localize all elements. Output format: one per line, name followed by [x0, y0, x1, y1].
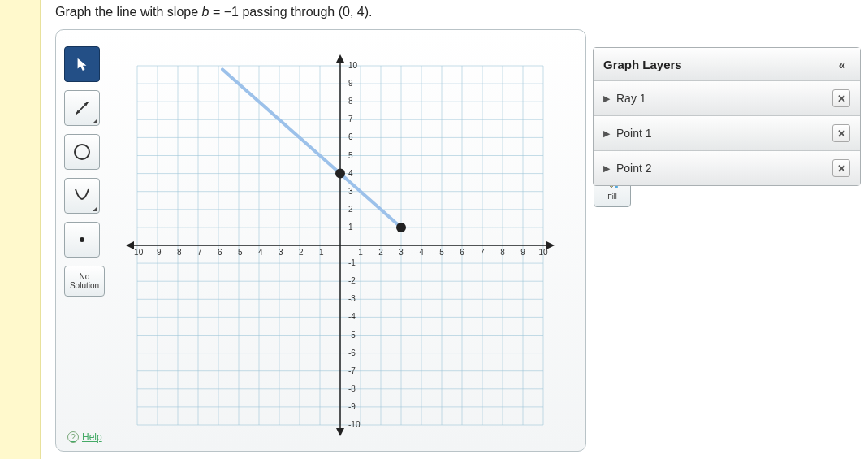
svg-text:8: 8: [500, 248, 505, 257]
svg-text:-7: -7: [195, 248, 202, 257]
layer-label: Ray 1: [616, 92, 646, 105]
svg-marker-52: [336, 428, 344, 436]
svg-text:9: 9: [520, 248, 525, 257]
svg-text:2: 2: [378, 248, 383, 257]
svg-text:9: 9: [348, 79, 353, 88]
submenu-icon: [93, 206, 97, 211]
fill-label: Fill: [607, 193, 617, 201]
svg-text:-4: -4: [256, 248, 263, 257]
svg-text:-8: -8: [175, 248, 182, 257]
line-tool[interactable]: [64, 90, 100, 126]
svg-text:-10: -10: [132, 248, 144, 257]
svg-text:-9: -9: [348, 402, 356, 411]
svg-text:-3: -3: [276, 248, 283, 257]
svg-marker-51: [336, 54, 344, 63]
instruction-text: Graph the line with slope b = −1 passing…: [55, 5, 372, 19]
svg-text:3: 3: [399, 248, 404, 257]
svg-text:4: 4: [348, 169, 353, 178]
svg-text:-2: -2: [348, 276, 356, 285]
svg-text:-5: -5: [235, 248, 243, 257]
point-tool[interactable]: [64, 222, 100, 258]
svg-text:-7: -7: [348, 366, 356, 375]
svg-text:5: 5: [439, 248, 444, 257]
svg-text:2: 2: [348, 205, 353, 214]
graph-canvas: NoSolution -10-9-8-7-6-5-4-3-2-112345678…: [55, 29, 586, 452]
svg-text:-1: -1: [348, 258, 356, 267]
layer-row[interactable]: ▶Point 1✕: [594, 116, 860, 151]
svg-text:-2: -2: [296, 248, 304, 257]
coordinate-plane[interactable]: -10-9-8-7-6-5-4-3-2-112345678910-10-9-8-…: [118, 46, 563, 444]
svg-text:5: 5: [348, 151, 353, 160]
svg-text:8: 8: [348, 97, 353, 106]
layer-delete-button[interactable]: ✕: [832, 124, 850, 142]
chevron-right-icon: ▶: [603, 93, 610, 104]
layers-title: Graph Layers: [603, 58, 682, 71]
layer-delete-button[interactable]: ✕: [832, 159, 850, 177]
svg-point-4: [80, 237, 84, 242]
margin-strip: [0, 0, 41, 459]
svg-text:4: 4: [419, 248, 424, 257]
layer-left: ▶Ray 1: [603, 92, 646, 105]
svg-text:-10: -10: [348, 420, 361, 429]
svg-point-3: [75, 145, 89, 159]
chevron-right-icon: ▶: [603, 128, 610, 139]
chevron-right-icon: ▶: [603, 163, 610, 174]
svg-text:-1: -1: [317, 248, 324, 257]
svg-text:-8: -8: [348, 384, 356, 393]
svg-text:7: 7: [480, 248, 485, 257]
svg-marker-0: [78, 58, 87, 71]
instruction-prefix: Graph the line with slope: [55, 5, 202, 19]
svg-text:-6: -6: [215, 248, 222, 257]
svg-text:-9: -9: [154, 248, 162, 257]
svg-text:-5: -5: [348, 331, 356, 340]
svg-text:3: 3: [348, 187, 353, 196]
layer-delete-button[interactable]: ✕: [832, 89, 850, 107]
layer-row[interactable]: ▶Point 2✕: [594, 151, 860, 185]
svg-text:-6: -6: [348, 349, 356, 357]
collapse-panel-icon[interactable]: «: [834, 56, 850, 72]
parabola-tool[interactable]: [64, 178, 100, 214]
tool-palette: NoSolution: [64, 46, 106, 297]
svg-line-93: [222, 69, 401, 227]
svg-point-95: [396, 223, 406, 232]
svg-text:10: 10: [538, 248, 548, 257]
circle-tool[interactable]: [64, 134, 100, 170]
svg-text:6: 6: [348, 132, 353, 141]
no-solution-button[interactable]: NoSolution: [64, 266, 105, 297]
svg-text:-3: -3: [348, 294, 356, 303]
help-label: Help: [82, 431, 102, 443]
layer-label: Point 1: [616, 127, 652, 140]
instruction-eq: = −1 passing through (0, 4).: [209, 5, 372, 19]
svg-text:1: 1: [348, 223, 353, 232]
layer-label: Point 2: [616, 162, 652, 175]
svg-text:6: 6: [460, 248, 464, 257]
graph-svg[interactable]: -10-9-8-7-6-5-4-3-2-112345678910-10-9-8-…: [118, 46, 563, 444]
no-solution-label: NoSolution: [70, 272, 99, 290]
layer-row[interactable]: ▶Ray 1✕: [594, 81, 860, 116]
graph-layers-panel: Graph Layers « ▶Ray 1✕▶Point 1✕▶Point 2✕: [593, 47, 861, 186]
submenu-icon: [93, 119, 97, 123]
svg-text:1: 1: [358, 248, 363, 257]
svg-point-94: [335, 169, 345, 179]
help-icon: ?: [67, 431, 79, 443]
svg-text:10: 10: [348, 61, 358, 70]
svg-text:-4: -4: [348, 312, 356, 321]
pointer-tool[interactable]: [64, 46, 100, 82]
layers-header: Graph Layers «: [594, 48, 860, 81]
layer-left: ▶Point 2: [603, 162, 652, 175]
svg-text:7: 7: [348, 115, 353, 123]
layer-left: ▶Point 1: [603, 127, 652, 140]
help-link[interactable]: ? Help: [67, 431, 102, 443]
